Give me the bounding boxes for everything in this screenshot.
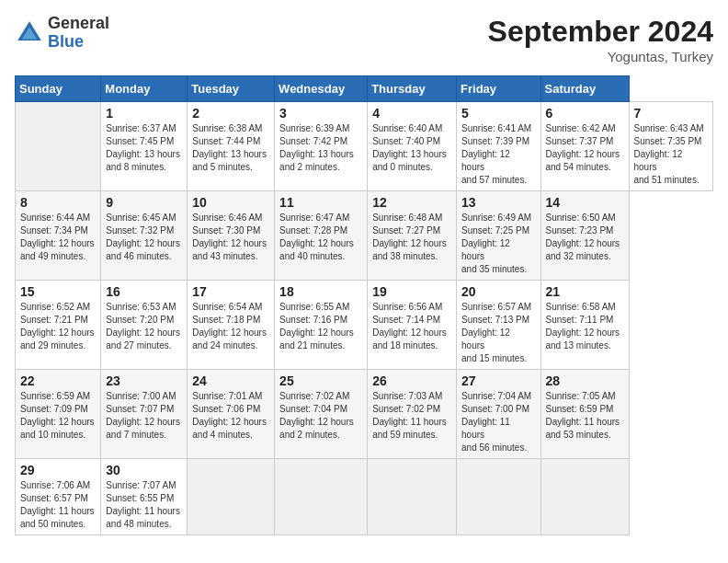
day-number: 30 <box>106 463 182 477</box>
day-info: Sunrise: 7:00 AM Sunset: 7:07 PM Dayligh… <box>106 390 182 442</box>
calendar-cell: 29Sunrise: 7:06 AM Sunset: 6:57 PM Dayli… <box>16 459 101 535</box>
calendar-cell: 28Sunrise: 7:05 AM Sunset: 6:59 PM Dayli… <box>540 370 629 459</box>
calendar-cell <box>368 459 457 535</box>
calendar-cell: 5Sunrise: 6:41 AM Sunset: 7:39 PM Daylig… <box>457 102 540 191</box>
calendar-table: SundayMondayTuesdayWednesdayThursdayFrid… <box>15 75 713 535</box>
calendar-cell: 16Sunrise: 6:53 AM Sunset: 7:20 PM Dayli… <box>101 281 188 370</box>
calendar-cell: 7Sunrise: 6:43 AM Sunset: 7:35 PM Daylig… <box>629 102 713 191</box>
calendar-cell: 22Sunrise: 6:59 AM Sunset: 7:09 PM Dayli… <box>16 370 101 459</box>
day-info: Sunrise: 6:57 AM Sunset: 7:13 PM Dayligh… <box>461 301 535 365</box>
day-number: 19 <box>372 284 451 299</box>
day-info: Sunrise: 6:40 AM Sunset: 7:40 PM Dayligh… <box>372 122 451 174</box>
calendar-week-row: 22Sunrise: 6:59 AM Sunset: 7:09 PM Dayli… <box>16 370 713 459</box>
day-number: 9 <box>106 195 182 210</box>
day-number: 10 <box>192 195 269 210</box>
logo-icon <box>15 18 44 48</box>
calendar-cell: 10Sunrise: 6:46 AM Sunset: 7:30 PM Dayli… <box>188 191 275 281</box>
day-number: 29 <box>20 463 96 477</box>
calendar-cell: 14Sunrise: 6:50 AM Sunset: 7:23 PM Dayli… <box>540 191 629 281</box>
logo-blue-text: Blue <box>48 33 109 52</box>
calendar-cell: 2Sunrise: 6:38 AM Sunset: 7:44 PM Daylig… <box>188 102 275 191</box>
calendar-cell <box>188 459 275 535</box>
calendar-day-header: Sunday <box>16 76 101 102</box>
calendar-cell: 12Sunrise: 6:48 AM Sunset: 7:27 PM Dayli… <box>368 191 457 281</box>
month-title: September 2024 <box>488 15 713 49</box>
day-info: Sunrise: 6:56 AM Sunset: 7:14 PM Dayligh… <box>372 301 451 352</box>
calendar-cell: 1Sunrise: 6:37 AM Sunset: 7:45 PM Daylig… <box>101 102 188 191</box>
calendar-cell: 17Sunrise: 6:54 AM Sunset: 7:18 PM Dayli… <box>188 281 275 370</box>
day-number: 13 <box>461 195 535 210</box>
day-number: 24 <box>192 373 269 388</box>
day-number: 25 <box>279 373 362 388</box>
calendar-cell: 27Sunrise: 7:04 AM Sunset: 7:00 PM Dayli… <box>457 370 540 459</box>
day-number: 4 <box>372 106 451 121</box>
calendar-cell <box>457 459 540 535</box>
day-number: 16 <box>106 284 182 299</box>
calendar-cell: 24Sunrise: 7:01 AM Sunset: 7:06 PM Dayli… <box>188 370 275 459</box>
day-info: Sunrise: 6:41 AM Sunset: 7:39 PM Dayligh… <box>461 122 535 187</box>
day-number: 11 <box>279 195 362 210</box>
day-info: Sunrise: 6:53 AM Sunset: 7:20 PM Dayligh… <box>106 301 182 352</box>
calendar-day-header: Friday <box>457 76 540 102</box>
day-number: 28 <box>546 373 624 388</box>
page-header: General Blue September 2024 Yoguntas, Tu… <box>15 15 713 64</box>
calendar-day-header: Tuesday <box>188 76 275 102</box>
day-info: Sunrise: 6:52 AM Sunset: 7:21 PM Dayligh… <box>20 301 96 352</box>
day-number: 8 <box>20 195 96 210</box>
day-info: Sunrise: 6:37 AM Sunset: 7:45 PM Dayligh… <box>106 122 182 174</box>
day-number: 5 <box>461 106 535 121</box>
logo-general-text: General <box>48 15 109 33</box>
day-info: Sunrise: 6:55 AM Sunset: 7:16 PM Dayligh… <box>279 301 362 352</box>
day-info: Sunrise: 6:38 AM Sunset: 7:44 PM Dayligh… <box>192 122 269 174</box>
calendar-cell: 11Sunrise: 6:47 AM Sunset: 7:28 PM Dayli… <box>275 191 368 281</box>
calendar-cell: 8Sunrise: 6:44 AM Sunset: 7:34 PM Daylig… <box>16 191 101 281</box>
day-info: Sunrise: 7:05 AM Sunset: 6:59 PM Dayligh… <box>546 390 624 442</box>
calendar-day-header: Monday <box>101 76 188 102</box>
day-info: Sunrise: 6:44 AM Sunset: 7:34 PM Dayligh… <box>20 212 96 263</box>
day-info: Sunrise: 7:02 AM Sunset: 7:04 PM Dayligh… <box>279 390 362 442</box>
day-info: Sunrise: 6:50 AM Sunset: 7:23 PM Dayligh… <box>546 212 624 263</box>
calendar-cell <box>540 459 629 535</box>
calendar-cell: 25Sunrise: 7:02 AM Sunset: 7:04 PM Dayli… <box>275 370 368 459</box>
calendar-cell: 6Sunrise: 6:42 AM Sunset: 7:37 PM Daylig… <box>540 102 629 191</box>
calendar-body: 1Sunrise: 6:37 AM Sunset: 7:45 PM Daylig… <box>16 102 713 535</box>
calendar-cell: 13Sunrise: 6:49 AM Sunset: 7:25 PM Dayli… <box>457 191 540 281</box>
calendar-week-row: 1Sunrise: 6:37 AM Sunset: 7:45 PM Daylig… <box>16 102 713 191</box>
calendar-cell: 20Sunrise: 6:57 AM Sunset: 7:13 PM Dayli… <box>457 281 540 370</box>
day-info: Sunrise: 6:39 AM Sunset: 7:42 PM Dayligh… <box>279 122 362 174</box>
calendar-day-header: Saturday <box>540 76 629 102</box>
day-info: Sunrise: 6:43 AM Sunset: 7:35 PM Dayligh… <box>634 122 709 187</box>
calendar-cell: 18Sunrise: 6:55 AM Sunset: 7:16 PM Dayli… <box>275 281 368 370</box>
day-info: Sunrise: 6:58 AM Sunset: 7:11 PM Dayligh… <box>546 301 624 352</box>
day-info: Sunrise: 7:01 AM Sunset: 7:06 PM Dayligh… <box>192 390 269 442</box>
calendar-cell: 30Sunrise: 7:07 AM Sunset: 6:55 PM Dayli… <box>101 459 188 535</box>
day-number: 3 <box>279 106 362 121</box>
day-number: 1 <box>106 106 182 121</box>
day-info: Sunrise: 6:48 AM Sunset: 7:27 PM Dayligh… <box>372 212 451 263</box>
calendar-cell: 3Sunrise: 6:39 AM Sunset: 7:42 PM Daylig… <box>275 102 368 191</box>
day-info: Sunrise: 7:03 AM Sunset: 7:02 PM Dayligh… <box>372 390 451 442</box>
day-info: Sunrise: 7:04 AM Sunset: 7:00 PM Dayligh… <box>461 390 535 454</box>
day-number: 21 <box>546 284 624 299</box>
logo: General Blue <box>15 15 109 52</box>
day-info: Sunrise: 6:45 AM Sunset: 7:32 PM Dayligh… <box>106 212 182 263</box>
day-number: 22 <box>20 373 96 388</box>
calendar-cell: 23Sunrise: 7:00 AM Sunset: 7:07 PM Dayli… <box>101 370 188 459</box>
day-number: 14 <box>546 195 624 210</box>
day-number: 23 <box>106 373 182 388</box>
day-number: 15 <box>20 284 96 299</box>
calendar-cell <box>275 459 368 535</box>
day-number: 27 <box>461 373 535 388</box>
day-info: Sunrise: 7:07 AM Sunset: 6:55 PM Dayligh… <box>106 479 182 531</box>
day-info: Sunrise: 6:42 AM Sunset: 7:37 PM Dayligh… <box>546 122 624 174</box>
day-info: Sunrise: 6:49 AM Sunset: 7:25 PM Dayligh… <box>461 212 535 276</box>
calendar-day-header: Thursday <box>368 76 457 102</box>
title-area: September 2024 Yoguntas, Turkey <box>488 15 713 64</box>
day-number: 6 <box>546 106 624 121</box>
calendar-cell: 9Sunrise: 6:45 AM Sunset: 7:32 PM Daylig… <box>101 191 188 281</box>
day-info: Sunrise: 6:46 AM Sunset: 7:30 PM Dayligh… <box>192 212 269 263</box>
day-number: 2 <box>192 106 269 121</box>
calendar-cell: 4Sunrise: 6:40 AM Sunset: 7:40 PM Daylig… <box>368 102 457 191</box>
calendar-header-row: SundayMondayTuesdayWednesdayThursdayFrid… <box>16 76 713 102</box>
day-number: 12 <box>372 195 451 210</box>
